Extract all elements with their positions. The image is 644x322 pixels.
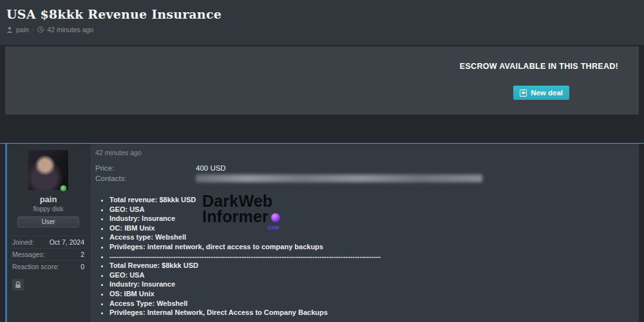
redacted-contacts-bar xyxy=(196,175,482,182)
new-deal-label: New deal xyxy=(531,89,563,97)
post-body: 42 minutes ago Price: 400 USD Contacts: … xyxy=(90,144,639,322)
bullet-item: GEO: USA xyxy=(109,270,629,280)
bullet-item: Privileges: internal network, direct acc… xyxy=(109,242,629,252)
stat-label: Joined: xyxy=(12,238,34,246)
bullet-item: Access type: Webshell xyxy=(109,232,629,242)
stat-row: Messages: 2 xyxy=(7,248,90,260)
bullet-item: Privileges: Internal Network, Direct Acc… xyxy=(109,308,629,317)
post-bullet-list: Total revenue: $8kkk USD GEO: USA Indust… xyxy=(95,195,629,317)
thread-time-link[interactable]: 42 minutes ago xyxy=(47,26,93,33)
bullet-item: OS: IBM Unix xyxy=(109,289,629,299)
stat-value: 2 xyxy=(80,251,84,258)
thread-title: USA $8kkk Revenue Insurance xyxy=(6,7,634,21)
post: pain floppy disk User Joined: Oct 7, 202… xyxy=(5,144,639,322)
avatar-wrap xyxy=(28,150,68,190)
escrow-text: ESCROW AVAILABLE IN THIS THREAD! xyxy=(460,62,618,71)
plus-icon xyxy=(520,90,527,97)
stat-value: 0 xyxy=(80,263,84,270)
contacts-label: Contacts: xyxy=(95,173,196,184)
escrow-banner: ESCROW AVAILABLE IN THIS THREAD! New dea… xyxy=(5,46,639,115)
page-gap xyxy=(0,115,644,143)
new-deal-button[interactable]: New deal xyxy=(513,86,569,100)
thread-author-link[interactable]: pain xyxy=(16,26,29,33)
user-card: pain floppy disk User Joined: Oct 7, 202… xyxy=(7,144,90,322)
online-indicator-icon xyxy=(60,185,67,192)
meta-separator: · xyxy=(32,26,35,33)
stat-label: Messages: xyxy=(12,251,45,258)
thread-meta: pain · 42 minutes ago xyxy=(6,26,634,33)
bullet-item: OC: IBM Unix xyxy=(109,223,629,233)
stat-row: Reaction score: 0 xyxy=(7,260,90,272)
bullet-item: Industry: Insurance xyxy=(109,279,629,289)
lock-icon xyxy=(12,279,24,290)
bullet-item: GEO: USA xyxy=(109,205,629,214)
user-stats: Joined: Oct 7, 2024 Messages: 2 Reaction… xyxy=(7,236,90,272)
lock-wrap xyxy=(7,272,90,291)
stat-label: Reaction score: xyxy=(12,263,59,270)
post-timestamp[interactable]: 42 minutes ago xyxy=(95,149,629,156)
stat-row: Joined: Oct 7, 2024 xyxy=(7,236,90,248)
price-value: 400 USD xyxy=(196,163,226,173)
thread-header: USA $8kkk Revenue Insurance pain · 42 mi… xyxy=(0,0,644,45)
price-row: Price: 400 USD xyxy=(95,163,629,173)
bullet-item: Total Revenue: $8kkk USD xyxy=(109,261,629,270)
bullet-item: ----------------------------------------… xyxy=(109,252,629,261)
bullet-item: Access Type: Webshell xyxy=(109,299,629,308)
avatar[interactable] xyxy=(28,150,68,190)
bullet-item: Total revenue: $8kkk USD xyxy=(109,195,629,205)
bullet-item: Industry: Insurance xyxy=(109,214,629,223)
user-title: floppy disk xyxy=(7,205,90,213)
username-link[interactable]: pain xyxy=(7,194,90,204)
stat-value: Oct 7, 2024 xyxy=(50,238,84,246)
contacts-row: Contacts: xyxy=(95,173,629,184)
price-label: Price: xyxy=(95,163,196,173)
forum-thread-page: USA $8kkk Revenue Insurance pain · 42 mi… xyxy=(0,0,644,322)
clock-icon xyxy=(37,26,44,33)
author-icon xyxy=(6,26,13,33)
user-role-badge: User xyxy=(17,216,79,227)
